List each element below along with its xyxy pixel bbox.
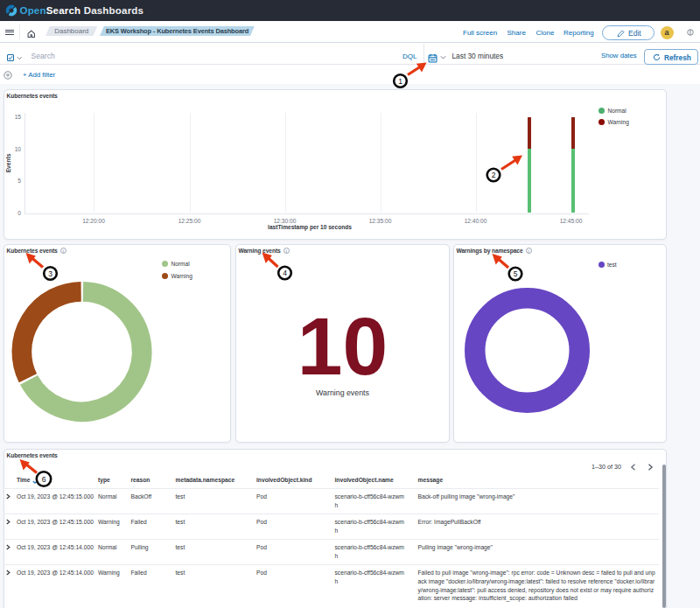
svg-text:5: 5 <box>514 269 518 278</box>
svg-text:1: 1 <box>398 77 402 86</box>
svg-text:6: 6 <box>42 475 46 484</box>
svg-text:2: 2 <box>492 171 496 179</box>
svg-text:4: 4 <box>283 269 287 277</box>
svg-text:3: 3 <box>48 269 52 278</box>
